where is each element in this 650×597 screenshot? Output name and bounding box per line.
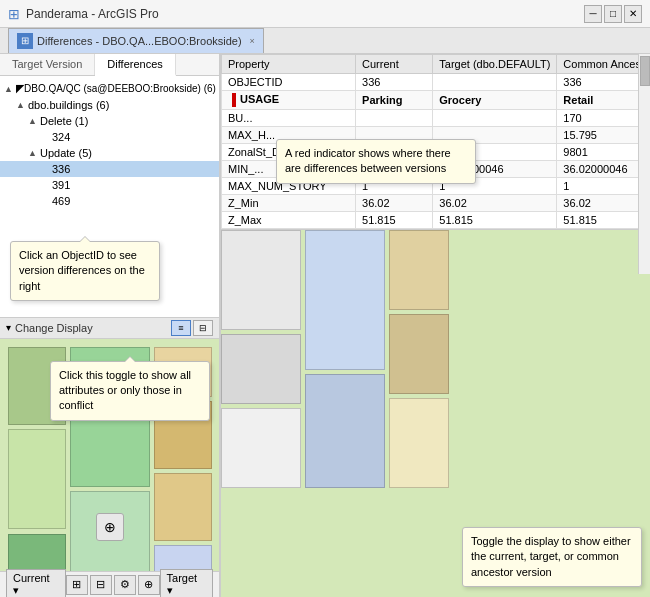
ribbon-tab-differences[interactable]: ⊞ Differences - DBO.QA...EBOO:Brookside)… <box>8 28 264 53</box>
tree-item-buildings[interactable]: ▲ dbo.buildings (6) <box>0 97 219 113</box>
table-view-btn[interactable]: ≡ <box>171 320 191 336</box>
change-display-bar: ▾ Change Display ≡ ⊟ <box>0 317 219 339</box>
map-shape-2 <box>8 429 66 529</box>
table-row: Z_Max51.81551.81551.815 <box>222 212 651 229</box>
settings-btn[interactable]: ⚙ <box>114 575 136 595</box>
minimize-btn[interactable]: ─ <box>584 5 602 23</box>
table-row: BU...170 <box>222 110 651 127</box>
table-header-row: Property Current Target (dbo.DEFAULT) Co… <box>222 55 651 74</box>
map-shape-9 <box>154 545 212 572</box>
tree-container[interactable]: ▲ ◤ DBO.QA/QC (sa@DEEBOO:Brookside) (6) … <box>0 76 219 317</box>
cell-ancestor: 170 <box>557 110 650 127</box>
grid-view-btn[interactable]: ⊟ <box>193 320 213 336</box>
cell-ancestor: 1 <box>557 178 650 195</box>
scrollbar[interactable] <box>638 54 650 274</box>
rmap-7 <box>389 314 449 394</box>
map-area: Click this toggle to show all attributes… <box>0 339 219 572</box>
target-btn[interactable]: Target ▾ <box>160 569 213 597</box>
tree-item-324[interactable]: 324 <box>0 129 219 145</box>
tree-delete-label: Delete (1) <box>40 115 88 127</box>
rmap-1 <box>221 230 301 330</box>
cell-target: 36.02 <box>433 195 557 212</box>
rmap-2 <box>221 334 301 404</box>
tree-391-label: 391 <box>52 179 70 191</box>
rmap-6 <box>389 230 449 310</box>
col-current: Current <box>356 55 433 74</box>
tab-differences[interactable]: Differences <box>95 54 175 76</box>
add-btn[interactable]: ⊕ <box>138 575 160 595</box>
change-display-label: Change Display <box>15 322 93 334</box>
tree-469-label: 469 <box>52 195 70 207</box>
title-bar: ⊞ Panderama - ArcGIS Pro ─ □ ✕ <box>0 0 650 28</box>
expand-icon-4: ▲ <box>28 148 40 158</box>
title-bar-controls: ─ □ ✕ <box>584 5 642 23</box>
tooltip-display: Toggle the display to show either the cu… <box>462 527 642 587</box>
expand-icon-2: ▲ <box>16 100 28 110</box>
tree-root-label: DBO.QA/QC (sa@DEEBOO:Brookside) (6) <box>24 83 216 94</box>
tree-buildings-label: dbo.buildings (6) <box>28 99 109 111</box>
cell-target <box>433 74 557 91</box>
cell-property: Z_Min <box>222 195 356 212</box>
conflict-marker <box>232 93 236 107</box>
cell-ancestor: 336 <box>557 74 650 91</box>
zoom-out-btn[interactable]: ⊟ <box>90 575 112 595</box>
close-btn[interactable]: ✕ <box>624 5 642 23</box>
rmap-8 <box>389 398 449 488</box>
cell-property: Z_Max <box>222 212 356 229</box>
table-row: Z_Min36.0236.0236.02 <box>222 195 651 212</box>
table-row: USAGEParkingGroceryRetail <box>222 91 651 110</box>
current-btn[interactable]: Current ▾ <box>6 569 66 597</box>
main-container: Target Version Differences ▲ ◤ DBO.QA/QC… <box>0 54 650 597</box>
left-panel: Target Version Differences ▲ ◤ DBO.QA/QC… <box>0 54 220 597</box>
tree-item-336[interactable]: 336 <box>0 161 219 177</box>
expand-icon: ▲ <box>4 84 16 94</box>
cell-current: Parking <box>356 91 433 110</box>
cell-current <box>356 110 433 127</box>
tree-item-root[interactable]: ▲ ◤ DBO.QA/QC (sa@DEEBOO:Brookside) (6) <box>0 80 219 97</box>
app-title: Panderama - ArcGIS Pro <box>26 7 159 21</box>
col-target: Target (dbo.DEFAULT) <box>433 55 557 74</box>
cell-property: BU... <box>222 110 356 127</box>
cell-ancestor: 15.795 <box>557 127 650 144</box>
display-icons: ≡ ⊟ <box>171 320 213 336</box>
rmap-4 <box>305 230 385 370</box>
cell-target: 51.815 <box>433 212 557 229</box>
tooltip-toggle: Click this toggle to show all attributes… <box>50 361 210 421</box>
cell-target <box>433 110 557 127</box>
cell-current: 336 <box>356 74 433 91</box>
cell-current: 51.815 <box>356 212 433 229</box>
cell-ancestor: 36.02 <box>557 195 650 212</box>
tree-item-469[interactable]: 469 <box>0 193 219 209</box>
cell-property: OBJECTID <box>222 74 356 91</box>
col-property: Property <box>222 55 356 74</box>
right-map-area: Toggle the display to show either the cu… <box>221 230 650 597</box>
tooltip-display-text: Toggle the display to show either the cu… <box>471 535 631 578</box>
tree-item-delete[interactable]: ▲ Delete (1) <box>0 113 219 129</box>
cell-current: 36.02 <box>356 195 433 212</box>
panel-tabs: Target Version Differences <box>0 54 219 76</box>
scroll-thumb[interactable] <box>640 56 650 86</box>
cell-property: USAGE <box>222 91 356 110</box>
cell-target: Grocery <box>433 91 557 110</box>
tree-item-update[interactable]: ▲ Update (5) <box>0 145 219 161</box>
cell-ancestor: 9801 <box>557 144 650 161</box>
change-display-chevron: ▾ <box>6 322 11 333</box>
tooltip-red-text: A red indicator shows where there are di… <box>285 147 451 174</box>
maximize-btn[interactable]: □ <box>604 5 622 23</box>
expand-icon-3: ▲ <box>28 116 40 126</box>
map-shape-8 <box>154 473 212 541</box>
tree-item-391[interactable]: 391 <box>0 177 219 193</box>
toolbar-icon-group: ⊞ ⊟ ⚙ ⊕ <box>66 575 160 595</box>
tab-close-btn[interactable]: × <box>250 36 255 46</box>
target-btn-label: Target ▾ <box>167 572 206 597</box>
zoom-fit-btn[interactable]: ⊞ <box>66 575 88 595</box>
tree-336-label: 336 <box>52 163 70 175</box>
tooltip-objectid-text: Click an ObjectID to see version differe… <box>19 249 145 292</box>
tooltip-toggle-text: Click this toggle to show all attributes… <box>59 369 191 412</box>
title-bar-title: ⊞ Panderama - ArcGIS Pro <box>8 6 159 22</box>
tab-target-version[interactable]: Target Version <box>0 54 95 75</box>
rmap-5 <box>305 374 385 488</box>
right-panel: Property Current Target (dbo.DEFAULT) Co… <box>220 54 650 597</box>
tab-label: Differences - DBO.QA...EBOO:Brookside) <box>37 35 242 47</box>
cell-ancestor: Retail <box>557 91 650 110</box>
